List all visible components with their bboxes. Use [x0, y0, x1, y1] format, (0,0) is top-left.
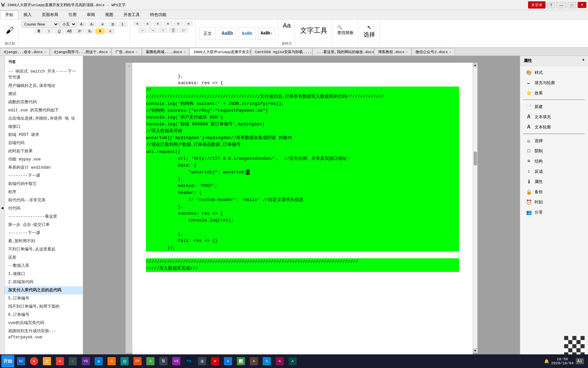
italic-button[interactable]: I — [44, 28, 54, 34]
underline-button[interactable]: U — [54, 28, 64, 34]
align-center-button[interactable]: ≡ — [143, 21, 152, 27]
taskbar-app1[interactable]: A — [105, 355, 118, 367]
doc-tab-close-2[interactable]: ✕ — [109, 50, 111, 54]
border-button[interactable]: □ — [179, 27, 188, 33]
sidebar-item-3[interactable]: 测试 — [5, 90, 83, 98]
font-clear-button[interactable]: ✕ — [98, 21, 107, 27]
taskbar-win[interactable]: ⊞ — [93, 355, 105, 367]
doc-tab-3[interactable]: 广告.docx✕ — [112, 48, 141, 56]
align-6-button[interactable]: ≡ — [184, 21, 193, 27]
sidebar-item-31[interactable]: vue的后端完美代码 — [5, 319, 83, 327]
rp-structure[interactable]: ≡ 结构 — [523, 156, 585, 166]
scroll-thumb[interactable] — [474, 152, 477, 165]
sidebar-item-27[interactable]: 加支付入库代码之后的总代码 — [5, 286, 83, 294]
tab-insert[interactable]: 插入 — [18, 10, 37, 19]
rp-effect[interactable]: ⭐ 效果 — [523, 88, 585, 98]
sidebar-item-6[interactable]: 点击地址选择,并跳转,并使用 地 址 — [5, 114, 83, 123]
ai-label[interactable]: Ai — [576, 358, 584, 364]
taskbar-screen-capture[interactable]: SC — [15, 355, 27, 367]
sidebar-item-9[interactable]: 后端代码 — [5, 139, 83, 147]
sidebar-item-28[interactable]: 5.订单编号 — [5, 294, 83, 303]
doc-tab-close-8[interactable]: ✕ — [406, 50, 408, 54]
doc-tab-4[interactable]: 薯圈电商城....docx✕ — [142, 48, 190, 56]
rp-share[interactable]: 👥 分享 — [523, 207, 585, 217]
start-button[interactable]: 开始 — [1, 355, 14, 367]
align-left-button[interactable]: ≡ — [133, 21, 142, 27]
tab-layout[interactable]: 页面布局 — [37, 10, 63, 19]
numbering-button[interactable]: 1. — [118, 21, 128, 27]
sidebar-item-11[interactable]: 功能 mypay.vue — [5, 155, 83, 164]
taskbar-vs2[interactable]: VS — [170, 355, 182, 367]
taskbar-app8[interactable]: A — [274, 355, 286, 367]
rp-style[interactable]: 🎨 样式 — [523, 67, 585, 78]
taskbar-app5[interactable]: 📊 — [235, 355, 247, 367]
rp-new[interactable]: 📄 新建 — [523, 102, 585, 112]
sidebar-item-14[interactable]: 前端代码中取它 — [5, 180, 83, 188]
new-style-button[interactable]: Aa — [281, 21, 293, 31]
font-grow-button[interactable]: A↑ — [77, 21, 87, 27]
scroll-up-button[interactable]: ▲ — [473, 63, 478, 67]
tab-start[interactable]: 开始 — [0, 10, 18, 19]
rp-textoutline[interactable]: A 文本轮廓 — [523, 122, 585, 132]
doc-tab-6[interactable]: CentOS8 nginx安装与卸载....docx✕ — [251, 48, 312, 56]
shading-button[interactable]: ▒ — [168, 27, 178, 33]
sidebar-item-20[interactable]: --------下一课 — [5, 229, 83, 237]
select-button[interactable]: ↖选择 — [361, 21, 377, 40]
doc-tab-close-1[interactable]: ✕ — [44, 50, 46, 54]
taskbar-app7[interactable]: A — [261, 355, 273, 367]
style-normal[interactable]: 正文 — [198, 27, 217, 40]
bold-button[interactable]: B — [34, 28, 44, 34]
rp-fill[interactable]: ✏️ 填充与轮廓 — [523, 78, 585, 88]
indent-decrease-button[interactable]: ← — [138, 27, 147, 33]
doc-tab-5-active[interactable]: 2000人大群开uniapp直播开发文档给学员高阶顶级.docx✕ — [190, 48, 251, 56]
doc-area[interactable]: ▷ }, success: res => { // //////////////… — [83, 56, 520, 360]
taskbar-app2[interactable]: A — [144, 355, 157, 367]
sidebar-toggle[interactable]: ◀ — [0, 56, 5, 360]
sidebar-item-16[interactable]: 前代代码--非常完美 — [5, 196, 83, 204]
rp-property[interactable]: ℹ 属性 — [523, 177, 585, 187]
taskbar-file-explorer[interactable]: 文 — [41, 355, 53, 367]
rp-backup[interactable]: 🔒 备份 — [523, 187, 585, 197]
doc-tab-8[interactable]: 博客教程.docx✕ — [374, 48, 411, 56]
sidebar-item-23[interactable]: 还差 — [5, 254, 83, 262]
list-button[interactable]: ☰ — [108, 21, 117, 27]
scroll-down-button[interactable]: ▼ — [473, 348, 478, 353]
align-justify-button[interactable]: ≡ — [163, 21, 173, 27]
text-tools-button[interactable]: 文字工具 — [298, 21, 330, 40]
doc-tab-1[interactable]: django...命令.docx✕ — [0, 48, 50, 56]
style-heading1[interactable]: AaBb — [218, 27, 236, 40]
sidebar-item-12[interactable]: 单表的设计 wxdindan — [5, 164, 83, 172]
right-panel-expand[interactable]: + — [582, 58, 585, 64]
close-button[interactable]: ✕ — [577, 2, 587, 8]
superscript-button[interactable]: X² — [75, 28, 84, 34]
sidebar-item-1[interactable]: -- 响应式 switch 开关-----下一节节课 — [5, 67, 83, 82]
tab-review[interactable]: 审阅 — [82, 10, 100, 19]
taskbar-fox[interactable]: FF — [131, 355, 144, 367]
format-painter-button[interactable]: 🖌 — [3, 21, 16, 40]
align-right-button[interactable]: ≡ — [153, 21, 163, 27]
font-name-select[interactable]: Courier New — [21, 21, 59, 28]
indent-increase-button[interactable]: → — [148, 27, 158, 33]
sidebar-item-32[interactable]: 就跳转到支付成功页面---afterpayok.vue — [5, 327, 83, 341]
rp-reflect[interactable]: ↕ 反滤 — [523, 166, 585, 177]
find-replace-button[interactable]: 🔍查找替换 — [335, 21, 356, 40]
doc-tab-close-4[interactable]: ✕ — [183, 50, 185, 54]
sidebar-item-25[interactable]: 1.做接口 — [5, 270, 83, 278]
style-heading3[interactable]: AaBb↓ — [258, 27, 276, 40]
sidebar-item-8[interactable]: 前端 POST 请求 — [5, 131, 83, 139]
taskbar-chrome[interactable]: ● — [28, 355, 40, 367]
doc-page[interactable]: }, success: res => { // ////////////////… — [132, 63, 473, 360]
font-shrink-button[interactable]: A↓ — [87, 21, 97, 27]
tab-dev[interactable]: 开发工具 — [118, 10, 145, 19]
strikethrough-button[interactable]: AB — [65, 28, 74, 34]
taskbar-cmd[interactable]: C — [67, 355, 79, 367]
sidebar-item-4[interactable]: 函数的完整代码 — [5, 98, 83, 106]
taskbar-ps[interactable]: Ps — [183, 355, 195, 367]
taskbar-wps[interactable]: W — [54, 355, 66, 367]
line-spacing-button[interactable]: ↕ — [158, 27, 168, 33]
login-button[interactable]: 未登录 — [528, 1, 545, 9]
minimize-button[interactable]: — — [556, 2, 566, 8]
doc-tab-close-3[interactable]: ✕ — [135, 50, 137, 54]
sidebar-item-30[interactable]: 6.订单编号 — [5, 311, 83, 319]
rp-shadow[interactable]: □ 阴制 — [523, 146, 585, 156]
